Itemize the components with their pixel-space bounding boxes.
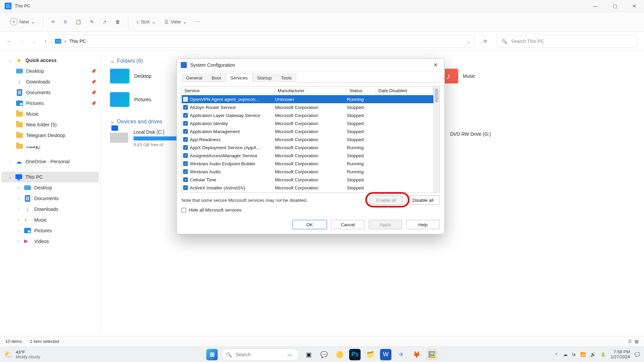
sidebar-item-pictures[interactable]: Pictures📌 [1, 98, 99, 109]
cancel-button[interactable]: Cancel [331, 220, 365, 229]
service-checkbox[interactable]: ✓ [183, 137, 188, 142]
service-row[interactable]: ✓Windows AudioMicrosoft CorporationRunni… [182, 168, 433, 176]
sidebar-item-music[interactable]: Music [1, 109, 99, 119]
service-checkbox[interactable]: ✓ [183, 121, 188, 126]
chevron-down-icon[interactable]: ⌄ [467, 39, 471, 44]
service-row[interactable]: ✓Application IdentityMicrosoft Corporati… [182, 119, 433, 127]
taskbar-search[interactable]: 🔍 Search ☁️ [222, 349, 299, 361]
hide-ms-checkbox[interactable] [181, 208, 186, 213]
rename-button[interactable]: ✎ [87, 17, 97, 26]
service-row[interactable]: ✓Windows Audio Endpoint BuilderMicrosoft… [182, 160, 433, 168]
delete-button[interactable]: 🗑 [112, 17, 123, 26]
sidebar-item-music2[interactable]: ›♪Music [1, 215, 99, 225]
service-checkbox[interactable]: ✓ [183, 97, 188, 102]
new-button[interactable]: + New ⌄ [7, 16, 38, 27]
tab-boot[interactable]: Boot [207, 73, 226, 83]
taskbar-clock[interactable]: 7:58 PM 1/27/2024 [610, 350, 630, 360]
sidebar-thispc[interactable]: ⌄This PC [1, 172, 99, 182]
telegram-icon[interactable]: ✈ [395, 349, 407, 360]
services-scrollbar[interactable] [433, 86, 439, 192]
thumbnails-view-icon[interactable]: ▦ [635, 339, 639, 344]
volume-icon[interactable]: 🔊 [590, 352, 596, 357]
col-status[interactable]: Status [347, 86, 376, 95]
enable-all-button[interactable]: Enable all [369, 195, 403, 205]
service-row[interactable]: ✓AppX Deployment Service (AppX…Microsoft… [182, 143, 433, 152]
service-checkbox[interactable]: ✓ [183, 153, 188, 158]
sidebar-item-telegram[interactable]: Telegram Desktop [1, 130, 99, 141]
service-row[interactable]: ✓ActiveX Installer (AxInstSV)Microsoft C… [182, 184, 433, 192]
tab-services[interactable]: Services [226, 73, 253, 83]
battery-icon[interactable]: 🔋 [600, 352, 606, 357]
maximize-button[interactable]: ▢ [605, 0, 625, 12]
service-checkbox[interactable]: ✓ [183, 113, 188, 118]
more-button[interactable]: ⋯ [192, 17, 204, 26]
breadcrumb[interactable]: › This PC ⌄ [51, 35, 474, 48]
apply-button[interactable]: Apply [369, 220, 402, 229]
sidebar-item-zoomit[interactable]: زومیت [1, 141, 99, 152]
service-row[interactable]: ✓Application ManagementMicrosoft Corpora… [182, 127, 433, 135]
help-button[interactable]: Help [406, 220, 440, 229]
sidebar-item-documents[interactable]: Documents📌 [1, 87, 99, 98]
view-button[interactable]: ☰ View ⌄ [161, 17, 190, 26]
service-checkbox[interactable]: ✓ [183, 169, 188, 174]
minimize-button[interactable]: ― [586, 0, 605, 12]
cut-button[interactable]: ✂ [48, 17, 59, 26]
service-checkbox[interactable]: ✓ [183, 177, 188, 182]
search-box[interactable]: 🔍 Search This PC [496, 35, 637, 48]
taskview-button[interactable]: ▣ [303, 349, 314, 360]
service-checkbox[interactable]: ✓ [183, 145, 188, 150]
chrome-icon[interactable]: 🟡 [334, 349, 345, 360]
back-button[interactable]: ← [7, 39, 11, 44]
paste-button[interactable]: 📋 [72, 17, 85, 26]
sidebar-item-desktop2[interactable]: ›Desktop [1, 182, 99, 193]
tab-tools[interactable]: Tools [276, 73, 297, 83]
wifi-icon[interactable]: 📶 [580, 352, 586, 357]
app-icon[interactable]: 🖼️ [426, 349, 438, 360]
share-button[interactable]: ↗ [99, 17, 110, 26]
close-button[interactable]: ✕ [625, 0, 644, 12]
disable-all-button[interactable]: Disable all [406, 195, 440, 205]
service-row[interactable]: ✓OpenVPN Agent agent_ovpncon…UnknownRunn… [182, 95, 433, 103]
firefox-icon[interactable]: 🦊 [411, 349, 422, 360]
sidebar-item-newfolder[interactable]: New folder (5) [1, 119, 99, 130]
onedrive-tray-icon[interactable]: ☁ [563, 352, 568, 357]
service-checkbox[interactable]: ✓ [183, 161, 188, 166]
crumb-thispc[interactable]: This PC [69, 39, 86, 44]
folder-music[interactable]: Music [439, 69, 539, 83]
col-date-disabled[interactable]: Date Disabled [376, 86, 433, 95]
word-icon[interactable]: W [380, 349, 391, 360]
details-view-icon[interactable]: ☰ [628, 339, 632, 344]
recent-dropdown[interactable]: ⌄ [32, 39, 36, 44]
sidebar-item-videos2[interactable]: ›▶Videos [1, 236, 99, 247]
teams-icon[interactable]: 💬 [318, 349, 330, 360]
sidebar-item-documents2[interactable]: ›Documents [1, 193, 99, 204]
photoshop-icon[interactable]: Ps [349, 349, 361, 360]
sidebar-item-downloads2[interactable]: ›↓Downloads [1, 204, 99, 215]
sidebar-item-downloads[interactable]: ↓Downloads📌 [1, 76, 99, 87]
taskbar-weather[interactable]: ⛅ 43°F Mostly cloudy [4, 350, 40, 359]
tray-chevron-icon[interactable]: ＾ [554, 352, 558, 358]
tab-startup[interactable]: Startup [253, 73, 277, 83]
service-row[interactable]: ✓AssignedAccessManager ServiceMicrosoft … [182, 152, 433, 160]
notifications-icon[interactable]: 💬 [635, 352, 640, 357]
service-checkbox[interactable]: ✓ [183, 129, 188, 134]
service-checkbox[interactable]: ✓ [183, 185, 188, 190]
service-row[interactable]: ✓Cellular TimeMicrosoft CorporationStopp… [182, 176, 433, 184]
start-button[interactable]: ⊞ [206, 349, 218, 360]
forward-button[interactable]: → [19, 39, 24, 44]
refresh-button[interactable]: ⟳ [479, 35, 492, 48]
col-service[interactable]: Service [182, 86, 275, 95]
sort-button[interactable]: ↕ Sort ⌄ [133, 17, 159, 26]
service-checkbox[interactable]: ✓ [183, 105, 188, 110]
sidebar-item-desktop[interactable]: Desktop📌 [1, 66, 99, 76]
services-table[interactable]: Service Manufacturer Status Date Disable… [182, 86, 433, 192]
sidebar-onedrive[interactable]: ›☁OneDrive - Personal [1, 156, 99, 167]
sidebar-item-pictures2[interactable]: ›Pictures [1, 225, 99, 236]
copy-button[interactable]: ⎘ [61, 17, 70, 26]
service-row[interactable]: ✓Application Layer Gateway ServiceMicros… [182, 111, 433, 119]
up-button[interactable]: ↑ [44, 39, 47, 44]
dialog-close-button[interactable]: ✕ [431, 60, 440, 69]
service-row[interactable]: ✓App ReadinessMicrosoft CorporationStopp… [182, 135, 433, 143]
tab-general[interactable]: General [181, 73, 207, 83]
sidebar-quick-access[interactable]: ⌄★ Quick access [1, 55, 99, 66]
